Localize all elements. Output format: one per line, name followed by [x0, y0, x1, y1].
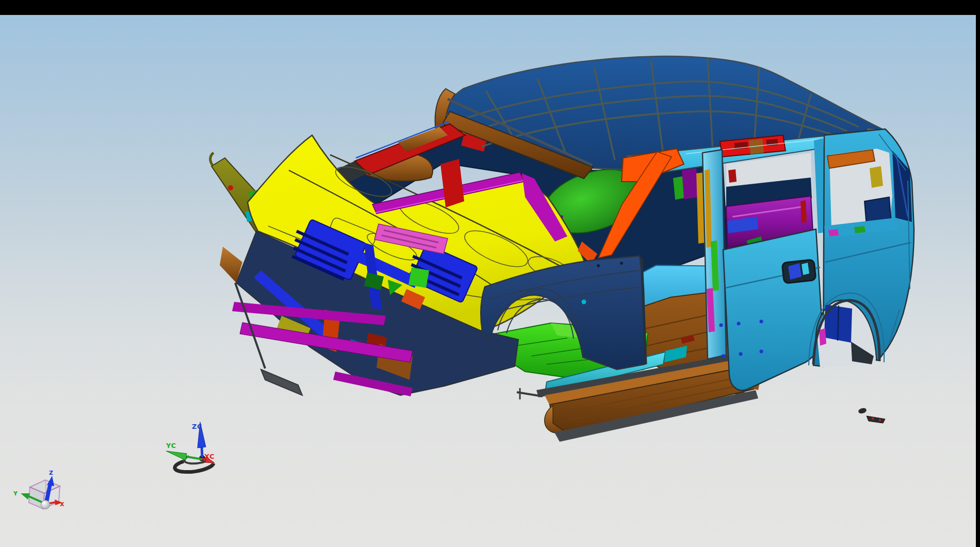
bumper-bracket-gray[interactable] [261, 369, 302, 395]
rear-door[interactable] [723, 229, 822, 390]
arch-magenta-sliver [819, 328, 826, 346]
right-black-bar [976, 0, 980, 547]
quarter-window-olive-tab [870, 166, 883, 188]
view-x-label: X [60, 501, 64, 508]
window-red-sliver [801, 200, 807, 223]
wcs-y-label: YC [166, 442, 176, 449]
view-y-label: Y [13, 490, 18, 497]
quarter-sill-magenta [828, 229, 839, 236]
view-z-label: Z [49, 470, 53, 476]
clamp-red-dot2 [879, 419, 881, 421]
clamp-red-dot [872, 417, 874, 420]
view-origin-sphere[interactable] [41, 501, 50, 509]
fender-bolt [597, 264, 600, 267]
view-orientation-triad[interactable]: Z Y X [13, 470, 64, 509]
fender-bolt2 [620, 262, 623, 265]
wcs-y-cone[interactable] [166, 451, 187, 460]
window-red-corner [728, 169, 737, 183]
pillar-trim-purple[interactable] [682, 168, 698, 199]
model-canvas[interactable]: ZC YC XC Z Y X [0, 0, 980, 547]
wcs-triad[interactable]: ZC YC XC [166, 422, 215, 472]
body-side[interactable] [703, 129, 914, 390]
cad-viewport[interactable]: ZC YC XC Z Y X [0, 0, 980, 547]
top-black-bar [0, 0, 980, 15]
wcs-z-label: ZC [192, 423, 202, 430]
quarter-sill-green [854, 226, 865, 233]
loose-parts[interactable] [858, 407, 885, 423]
cowl-red-dot [228, 185, 233, 190]
clamp-part[interactable] [867, 416, 885, 423]
fender-teal-dot [582, 300, 586, 304]
bay-green-bit [409, 267, 429, 288]
small-part[interactable] [858, 407, 867, 414]
wcs-x-label: XC [204, 453, 215, 460]
view-y-cone[interactable] [21, 493, 30, 500]
olive-strip-curl [210, 153, 214, 165]
